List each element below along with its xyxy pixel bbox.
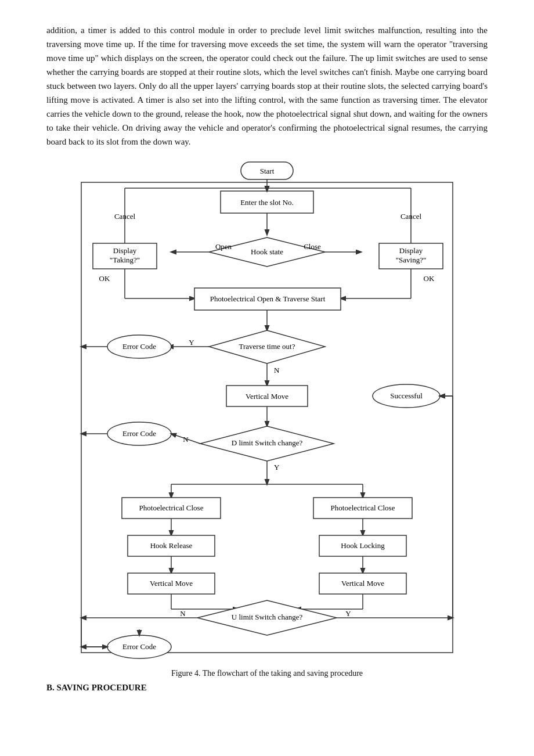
vertical-move-2-label: Vertical Move xyxy=(150,579,193,588)
open-label: Open xyxy=(215,242,232,251)
hook-state-label: Hook state xyxy=(251,247,283,256)
error-code-3-label: Error Code xyxy=(122,642,156,651)
display-saving-label: Display xyxy=(399,246,423,255)
n3-label: N xyxy=(180,609,186,618)
y2-label: Y xyxy=(274,463,280,471)
error-code-1-label: Error Code xyxy=(122,342,156,351)
ok-right-label: OK xyxy=(424,274,435,283)
y1-label: Y xyxy=(189,338,194,347)
traverse-timeout-label: Traverse time out? xyxy=(239,342,295,351)
page: addition, a timer is added to this contr… xyxy=(0,0,534,716)
hook-locking-label: Hook Locking xyxy=(341,541,385,550)
display-taking-quote: "Taking?" xyxy=(110,255,140,264)
flowchart-svg: Start Enter the slot No. Hook state Open… xyxy=(70,159,464,664)
ok-left-label: OK xyxy=(99,274,110,283)
enter-slot-label: Enter the slot No. xyxy=(240,198,294,207)
flowchart-section: Start Enter the slot No. Hook state Open… xyxy=(46,159,488,664)
display-taking-label: Display xyxy=(113,246,137,255)
photo-traverse-label: Photoelectrical Open & Traverse Start xyxy=(210,294,326,303)
y3-label: Y xyxy=(345,609,351,618)
paragraph-text: addition, a timer is added to this contr… xyxy=(46,23,488,149)
start-label: Start xyxy=(260,167,275,175)
successful-label: Successful xyxy=(390,391,423,400)
photo-close-left-label: Photoelectrical Close xyxy=(139,503,204,512)
hook-release-label: Hook Release xyxy=(150,541,193,550)
d-limit-label: D limit Switch change? xyxy=(232,438,303,447)
flowchart-svg-container: Start Enter the slot No. Hook state Open… xyxy=(70,159,464,664)
u-limit-label: U limit Switch change? xyxy=(232,613,303,621)
vertical-move-1-label: Vertical Move xyxy=(246,392,288,401)
display-saving-quote: "Saving?" xyxy=(396,255,427,264)
section-heading: B. SAVING PROCEDURE xyxy=(46,683,488,693)
n1-label: N xyxy=(274,366,280,375)
vertical-move-3-label: Vertical Move xyxy=(341,579,384,588)
photo-close-right-label: Photoelectrical Close xyxy=(331,503,395,512)
figure-caption: Figure 4. The flowchart of the taking an… xyxy=(46,669,488,678)
error-code-2-label: Error Code xyxy=(122,429,156,438)
close-label: Close xyxy=(304,242,321,251)
